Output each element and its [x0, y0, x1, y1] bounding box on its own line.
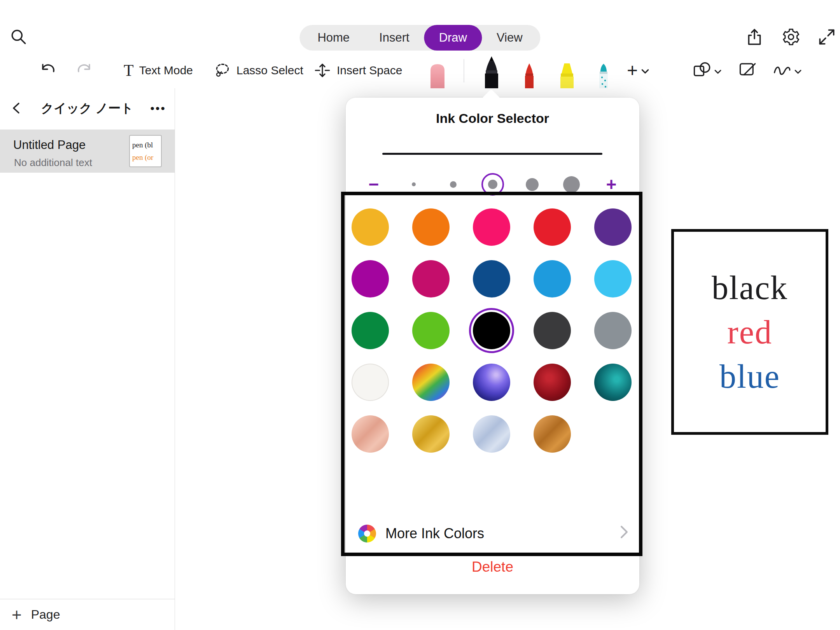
thickness-dot-3-selected[interactable] — [481, 172, 504, 197]
more-options-button[interactable]: ••• — [150, 102, 166, 115]
thumbnail-text-line: pen (bl — [132, 141, 153, 149]
color-swatch-rose-gold[interactable] — [352, 415, 389, 453]
color-swatch-red[interactable] — [534, 208, 571, 246]
lasso-icon — [213, 61, 231, 79]
lasso-select-button[interactable]: Lasso Select — [213, 52, 303, 88]
color-swatch-white[interactable] — [352, 364, 389, 401]
expand-icon — [817, 27, 836, 48]
ink-color-popup: Ink Color Selector − + — [346, 98, 639, 594]
tab-insert[interactable]: Insert — [364, 25, 424, 51]
color-swatch-silver[interactable] — [473, 415, 510, 453]
thickness-increase-button[interactable]: + — [600, 175, 623, 193]
pen-black-tool[interactable] — [479, 56, 504, 88]
color-swatch-galaxy[interactable] — [473, 364, 510, 401]
color-swatch-red-marble[interactable] — [534, 364, 571, 401]
thickness-dot-4[interactable] — [521, 172, 543, 197]
pen-red-tool[interactable] — [521, 63, 538, 88]
color-swatch-gray[interactable] — [594, 312, 632, 349]
teal-pen-icon — [595, 84, 612, 88]
highlighter-icon — [557, 84, 577, 88]
search-icon — [9, 27, 28, 48]
add-page-label: Page — [31, 607, 60, 622]
redo-button[interactable] — [75, 52, 93, 88]
back-button[interactable] — [9, 100, 24, 118]
color-swatch-orange[interactable] — [412, 208, 450, 246]
popup-title: Ink Color Selector — [346, 111, 639, 126]
page-subtitle: No additional text — [14, 157, 92, 169]
text-mode-button[interactable]: T Text Mode — [124, 52, 193, 88]
thickness-selector: − + — [362, 172, 623, 197]
share-button[interactable] — [744, 27, 765, 47]
tab-draw[interactable]: Draw — [424, 25, 482, 51]
color-swatch-navy-blue[interactable] — [473, 260, 510, 298]
drawn-box: black red blue — [671, 229, 828, 435]
sidebar: クイック ノート ••• Untitled Page No additional… — [0, 88, 175, 630]
color-swatch-rainbow-glitter[interactable] — [412, 364, 450, 401]
color-swatch-yellow[interactable] — [352, 208, 389, 246]
text-mode-label: Text Mode — [139, 64, 193, 77]
tab-view[interactable]: View — [482, 25, 537, 51]
color-swatch-berry[interactable] — [412, 260, 450, 298]
ribbon-tabs: Home Insert Draw View — [299, 25, 540, 51]
highlighter-tool[interactable] — [557, 62, 577, 88]
color-swatch-sky-blue[interactable] — [594, 260, 632, 298]
share-icon — [745, 27, 764, 48]
text-mode-icon: T — [124, 61, 134, 80]
toolbar-divider — [464, 59, 464, 82]
add-page-button[interactable]: + Page — [0, 599, 175, 630]
add-pen-button[interactable]: + — [627, 52, 649, 88]
lasso-select-label: Lasso Select — [236, 64, 303, 77]
chevron-down-icon — [794, 64, 802, 77]
eraser-tool[interactable] — [427, 63, 448, 88]
color-swatch-grid — [352, 208, 632, 453]
color-swatch-pink[interactable] — [473, 208, 510, 246]
insert-space-button[interactable]: Insert Space — [313, 52, 402, 88]
tab-home[interactable]: Home — [303, 25, 364, 51]
undo-button[interactable] — [39, 52, 58, 88]
thumbnail-text-line: pen (or — [132, 153, 153, 161]
stroke-preview — [382, 153, 602, 155]
shapes-icon — [692, 60, 711, 81]
color-swatch-teal-marble[interactable] — [594, 364, 632, 401]
fullscreen-button[interactable] — [817, 27, 837, 47]
black-pen-icon — [479, 84, 504, 88]
color-swatch-dark-gray[interactable] — [534, 312, 571, 349]
color-swatch-green[interactable] — [352, 312, 389, 349]
undo-icon — [39, 60, 58, 81]
more-ink-colors-label: More Ink Colors — [385, 525, 610, 542]
ink-style-button[interactable] — [772, 52, 802, 88]
gear-icon — [781, 27, 801, 48]
insert-space-icon — [313, 61, 331, 79]
page-pen-button[interactable] — [738, 52, 757, 88]
delete-pen-button[interactable]: Delete — [346, 559, 639, 575]
color-swatch-magenta[interactable] — [352, 260, 389, 298]
sidebar-header: クイック ノート ••• — [0, 88, 175, 129]
ellipsis-icon: ••• — [150, 102, 166, 115]
redo-icon — [75, 60, 93, 81]
settings-button[interactable] — [781, 27, 801, 47]
thickness-decrease-button[interactable]: − — [362, 175, 385, 193]
more-ink-colors-button[interactable]: More Ink Colors — [358, 520, 629, 547]
chevron-down-icon — [641, 64, 649, 77]
red-pen-icon — [521, 84, 538, 88]
plus-icon: + — [627, 61, 638, 80]
color-swatch-black-selected[interactable] — [473, 312, 510, 349]
search-button[interactable] — [9, 27, 29, 47]
shapes-button[interactable] — [692, 52, 722, 88]
page-list-item[interactable]: Untitled Page No additional text pen (bl… — [0, 130, 175, 173]
color-swatch-blue[interactable] — [534, 260, 571, 298]
popup-arrow — [482, 89, 500, 108]
ink-word: red — [727, 315, 772, 349]
thickness-dot-2[interactable] — [442, 172, 464, 197]
color-swatch-purple[interactable] — [594, 208, 632, 246]
chevron-right-icon — [619, 524, 629, 543]
color-swatch-bronze[interactable] — [534, 415, 571, 453]
pen-teal-tool[interactable] — [595, 63, 612, 88]
thickness-dot-1[interactable] — [402, 172, 425, 197]
app-window: Home Insert Draw View — [0, 0, 840, 630]
notebook-title: クイック ノート — [24, 100, 150, 117]
selected-ring — [481, 173, 504, 196]
color-swatch-lime-green[interactable] — [412, 312, 450, 349]
color-swatch-gold[interactable] — [412, 415, 450, 453]
thickness-dot-5[interactable] — [560, 172, 583, 197]
